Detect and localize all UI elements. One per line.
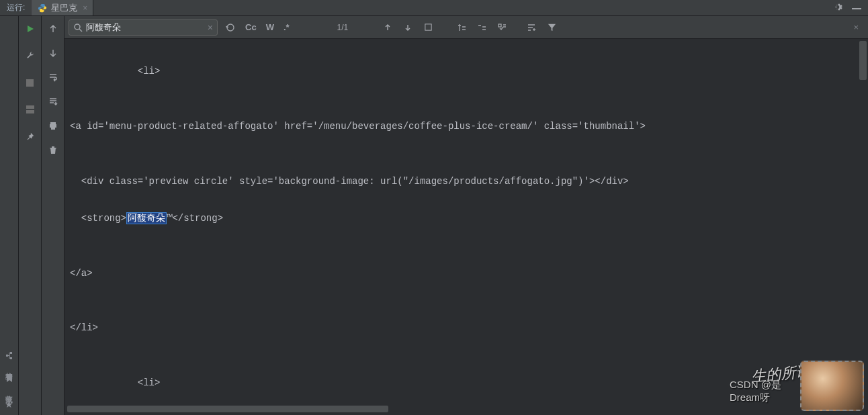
run-label: 运行:: [0, 0, 32, 15]
bookmark-icon[interactable]: [5, 373, 14, 383]
code-line: <strong>阿馥奇朵™</strong>: [70, 210, 863, 228]
layout-icon[interactable]: [23, 102, 38, 117]
select-all-icon[interactable]: [421, 20, 435, 35]
code-line: <div class='preview circle' style='backg…: [70, 173, 863, 191]
svg-rect-4: [425, 24, 431, 30]
history-icon[interactable]: [223, 20, 238, 35]
code-line: </a>: [70, 265, 863, 283]
up-arrow-icon[interactable]: [46, 21, 60, 36]
filter-settings-icon[interactable]: [524, 20, 539, 35]
code-line: <li>: [70, 62, 863, 81]
vertical-scrollbar[interactable]: [859, 41, 867, 80]
svg-rect-1: [10, 352, 12, 354]
title-bar: 运行: 星巴克 ×: [0, 0, 868, 16]
regex-button[interactable]: .*: [281, 22, 292, 32]
tab-close-icon[interactable]: ×: [83, 3, 87, 13]
remove-selection-icon[interactable]: [474, 20, 489, 35]
far-left-bar: 结构 收藏夹 ★: [0, 16, 19, 415]
clear-search-icon[interactable]: ×: [208, 22, 213, 33]
next-match-icon[interactable]: [400, 20, 415, 35]
svg-rect-2: [10, 357, 12, 359]
trash-icon[interactable]: [46, 142, 60, 157]
console-output[interactable]: <li> <a id='menu-product-related-affogat…: [64, 39, 868, 415]
svg-point-3: [75, 24, 80, 30]
minimize-icon[interactable]: [852, 7, 861, 9]
words-button[interactable]: W: [264, 22, 276, 32]
action-sidebar: [42, 16, 64, 415]
code-line: </li>: [70, 319, 863, 337]
tab-name: 星巴克: [51, 2, 77, 14]
svg-rect-5: [498, 24, 501, 27]
python-icon: [38, 3, 47, 13]
search-highlight: 阿馥奇朵: [126, 212, 167, 224]
code-line: <li>: [70, 374, 863, 392]
code-line: <a id='menu-product-related-affogato' hr…: [70, 118, 863, 136]
pin-icon[interactable]: [23, 129, 38, 144]
horizontal-scrollbar[interactable]: [67, 406, 388, 412]
print-icon[interactable]: [46, 118, 60, 133]
run-sidebar: [19, 16, 42, 415]
run-button[interactable]: [23, 21, 38, 36]
filter-icon[interactable]: [544, 20, 559, 35]
search-icon: [73, 23, 83, 32]
find-toolbar: × Cc W .* 1/1: [64, 16, 868, 39]
select-occurrences-icon[interactable]: [494, 20, 509, 35]
gear-icon[interactable]: [832, 2, 842, 14]
wrench-icon[interactable]: [23, 48, 38, 63]
prev-match-icon[interactable]: [380, 20, 395, 35]
scroll-end-icon[interactable]: [46, 94, 60, 109]
close-search-icon[interactable]: ×: [853, 22, 859, 32]
star-icon[interactable]: ★: [5, 399, 13, 410]
search-input[interactable]: [86, 22, 208, 32]
soft-wrap-icon[interactable]: [46, 70, 60, 85]
match-count: 1/1: [297, 23, 376, 32]
structure-icon[interactable]: [5, 351, 14, 360]
file-tab[interactable]: 星巴克 ×: [32, 0, 93, 15]
stop-button[interactable]: [23, 75, 38, 90]
search-box[interactable]: ×: [69, 19, 218, 36]
add-selection-icon[interactable]: [454, 20, 469, 35]
down-arrow-icon[interactable]: [46, 46, 60, 60]
match-case-button[interactable]: Cc: [243, 22, 259, 32]
svg-rect-0: [6, 355, 8, 357]
